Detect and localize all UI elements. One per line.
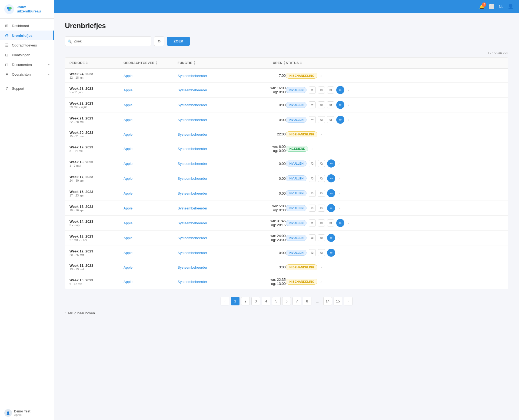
table-row[interactable]: Week 24, 202312 - 18 junAppleSysteembehe… bbox=[65, 69, 508, 83]
edit-doc-icon[interactable]: ✏ bbox=[309, 219, 316, 226]
user-menu-icon[interactable]: 👤 bbox=[508, 4, 514, 9]
function-link[interactable]: Systeembeheerder bbox=[178, 221, 207, 225]
client-link[interactable]: Apple bbox=[124, 265, 132, 269]
function-link[interactable]: Systeembeheerder bbox=[178, 132, 207, 136]
function-link[interactable]: Systeembeheerder bbox=[178, 191, 207, 195]
copy2-icon[interactable]: ⧉ bbox=[318, 249, 325, 256]
function-link[interactable]: Systeembeheerder bbox=[178, 236, 207, 240]
function-link[interactable]: Systeembeheerder bbox=[178, 265, 207, 269]
sidebar-item-plaatsingen[interactable]: ⊟ Plaatsingen bbox=[0, 50, 54, 60]
client-link[interactable]: Apple bbox=[124, 251, 132, 255]
client-link[interactable]: Apple bbox=[124, 147, 132, 151]
pagination-page-1[interactable]: 1 bbox=[231, 297, 239, 305]
client-link[interactable]: Apple bbox=[124, 221, 132, 225]
edit-button[interactable]: ✏ bbox=[327, 159, 335, 168]
pagination-prev[interactable]: ‹ bbox=[221, 297, 229, 305]
copy2-icon[interactable]: ⧉ bbox=[318, 190, 325, 197]
pagination-page-7[interactable]: 7 bbox=[292, 297, 301, 305]
pagination-page-15[interactable]: 15 bbox=[334, 297, 342, 305]
monitor-icon[interactable]: ⬜ bbox=[489, 4, 494, 9]
edit-button[interactable]: ✏ bbox=[336, 116, 344, 124]
pagination-page-8[interactable]: 8 bbox=[303, 297, 311, 305]
table-row[interactable]: Week 19, 20238 – 14 meiAppleSysteembehee… bbox=[65, 141, 508, 156]
table-row[interactable]: Week 11, 202313 - 19 mrtAppleSysteembehe… bbox=[65, 260, 508, 274]
copy-icon[interactable]: ⧉ bbox=[318, 101, 325, 108]
copy2-icon[interactable]: ⧉ bbox=[327, 116, 334, 123]
sidebar-item-opdrachtgevers[interactable]: ☰ Opdrachtgevers bbox=[0, 40, 54, 50]
function-link[interactable]: Systeembeheerder bbox=[178, 88, 207, 92]
table-row[interactable]: Week 16, 202317 - 23 aprAppleSysteembehe… bbox=[65, 186, 508, 201]
pagination-page-3[interactable]: 3 bbox=[251, 297, 260, 305]
sidebar-item-dashboard[interactable]: ⊞ Dashboard bbox=[0, 21, 54, 31]
copy-icon[interactable]: ⧉ bbox=[309, 234, 316, 241]
sidebar-item-urenbriefjes[interactable]: ◷ Urenbriefjes bbox=[0, 31, 54, 40]
table-row[interactable]: Week 12, 202320 - 26 mrtAppleSysteembehe… bbox=[65, 245, 508, 260]
client-link[interactable]: Apple bbox=[124, 206, 132, 210]
table-row[interactable]: Week 21, 202322 - 28 meiAppleSysteembehe… bbox=[65, 112, 508, 127]
client-link[interactable]: Apple bbox=[124, 191, 132, 195]
sidebar-item-support[interactable]: ? Support bbox=[0, 84, 54, 93]
pagination-page-5[interactable]: 5 bbox=[272, 297, 281, 305]
edit-button[interactable]: ✏ bbox=[327, 234, 335, 242]
edit-button[interactable]: ✏ bbox=[327, 204, 335, 212]
edit-button[interactable]: ✏ bbox=[327, 174, 335, 182]
copy-icon[interactable]: ⧉ bbox=[309, 175, 316, 182]
pagination-next[interactable]: › bbox=[344, 297, 352, 305]
search-button[interactable]: ZOEK bbox=[167, 37, 190, 46]
edit-button[interactable]: ✏ bbox=[327, 189, 335, 197]
function-link[interactable]: Systeembeheerder bbox=[178, 206, 207, 210]
pagination-page-2[interactable]: 2 bbox=[241, 297, 250, 305]
table-row[interactable]: Week 15, 202310 - 16 aprAppleSysteembehe… bbox=[65, 201, 508, 216]
language-selector[interactable]: NL bbox=[499, 5, 503, 9]
copy-icon[interactable]: ⧉ bbox=[309, 160, 316, 167]
copy2-icon[interactable]: ⧉ bbox=[318, 160, 325, 167]
client-link[interactable]: Apple bbox=[124, 88, 132, 92]
table-row[interactable]: Week 23, 20235 – 11 junAppleSysteembehee… bbox=[65, 83, 508, 98]
column-header-periode[interactable]: PERIODE ▲▼ bbox=[69, 61, 124, 65]
sidebar-item-documenten[interactable]: ◻ Documenten ▾ bbox=[0, 60, 54, 69]
table-row[interactable]: Week 14, 20233 - 9 aprAppleSysteembeheer… bbox=[65, 216, 508, 231]
function-link[interactable]: Systeembeheerder bbox=[178, 176, 207, 181]
table-row[interactable]: Week 20, 202315 - 21 meiAppleSysteembehe… bbox=[65, 127, 508, 141]
table-row[interactable]: Week 10, 20236 - 12 mrtAppleSysteembehee… bbox=[65, 274, 508, 289]
column-header-status[interactable]: STATUS ▲▼ bbox=[286, 61, 504, 65]
copy-icon[interactable]: ⧉ bbox=[309, 190, 316, 197]
copy-icon[interactable]: ⧉ bbox=[318, 116, 325, 123]
edit-button[interactable]: ✏ bbox=[336, 219, 344, 227]
pagination-page-14[interactable]: 14 bbox=[323, 297, 332, 305]
notification-bell[interactable]: 🔔 2 bbox=[479, 4, 485, 9]
edit-button[interactable]: ✏ bbox=[336, 101, 344, 109]
table-row[interactable]: Week 13, 202327 mrt - 2 aprAppleSysteemb… bbox=[65, 231, 508, 245]
client-link[interactable]: Apple bbox=[124, 162, 132, 166]
table-row[interactable]: Week 17, 202324 - 30 aprAppleSysteembehe… bbox=[65, 171, 508, 186]
copy2-icon[interactable]: ⧉ bbox=[327, 101, 334, 108]
copy2-icon[interactable]: ⧉ bbox=[318, 234, 325, 241]
client-link[interactable]: Apple bbox=[124, 103, 132, 107]
back-to-top-link[interactable]: ↑ Terug naar boven bbox=[65, 311, 95, 315]
edit-doc-icon[interactable]: ✏ bbox=[309, 86, 316, 94]
client-link[interactable]: Apple bbox=[124, 74, 132, 78]
client-link[interactable]: Apple bbox=[124, 280, 132, 284]
copy-icon[interactable]: ⧉ bbox=[318, 219, 325, 226]
edit-doc-icon[interactable]: ✏ bbox=[309, 116, 316, 123]
pagination-page-4[interactable]: 4 bbox=[262, 297, 270, 305]
edit-button[interactable]: ✏ bbox=[327, 249, 335, 257]
column-header-uren[interactable]: UREN ▲▼ bbox=[237, 61, 286, 65]
sidebar-item-overzichten[interactable]: ≡ Overzichten ▾ bbox=[0, 69, 54, 79]
table-row[interactable]: Week 18, 20231 - 7 meiAppleSysteembeheer… bbox=[65, 156, 508, 171]
table-row[interactable]: Week 22, 202329 mei - 4 junAppleSysteemb… bbox=[65, 98, 508, 112]
client-link[interactable]: Apple bbox=[124, 176, 132, 181]
search-input[interactable] bbox=[65, 36, 151, 46]
copy2-icon[interactable]: ⧉ bbox=[318, 175, 325, 182]
function-link[interactable]: Systeembeheerder bbox=[178, 74, 207, 78]
copy2-icon[interactable]: ⧉ bbox=[318, 205, 325, 212]
function-link[interactable]: Systeembeheerder bbox=[178, 280, 207, 284]
function-link[interactable]: Systeembeheerder bbox=[178, 251, 207, 255]
function-link[interactable]: Systeembeheerder bbox=[178, 103, 207, 107]
function-link[interactable]: Systeembeheerder bbox=[178, 118, 207, 122]
copy2-icon[interactable]: ⧉ bbox=[327, 86, 334, 94]
edit-button[interactable]: ✏ bbox=[336, 86, 344, 94]
function-link[interactable]: Systeembeheerder bbox=[178, 147, 207, 151]
filter-button[interactable]: ⚙ bbox=[154, 36, 164, 46]
function-link[interactable]: Systeembeheerder bbox=[178, 162, 207, 166]
